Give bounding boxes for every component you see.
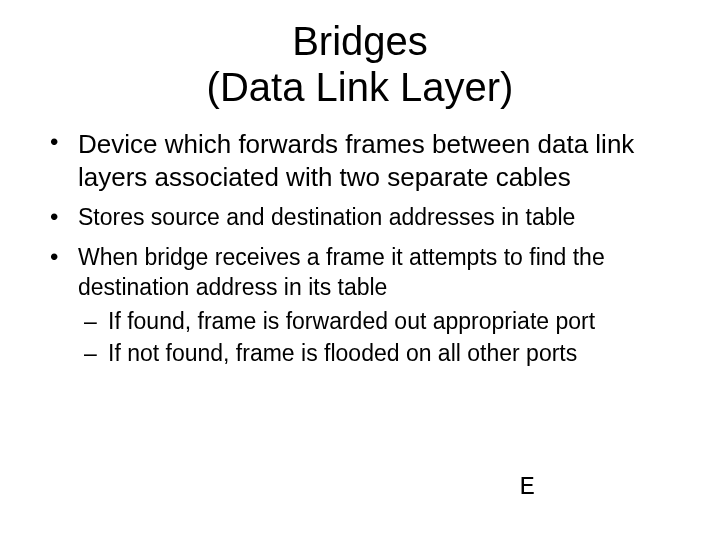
sub-bullet-1: If found, frame is forwarded out appropr… [78,307,680,337]
slide-body: Device which forwards frames between dat… [0,110,720,368]
bullet-1: Device which forwards frames between dat… [40,128,680,193]
sub-bullet-2: If not found, frame is flooded on all ot… [78,339,680,369]
sub-bullet-1-text: If found, frame is forwarded out appropr… [108,308,595,334]
title-line-1: Bridges [292,19,428,63]
bullet-2-text: Stores source and destination addresses … [78,204,575,230]
bullet-list: Device which forwards frames between dat… [40,128,680,368]
bullet-3-text: When bridge receives a frame it attempts… [78,244,605,300]
bullet-1-text: Device which forwards frames between dat… [78,129,634,192]
sub-bullet-list: If found, frame is forwarded out appropr… [78,307,680,369]
bullet-3: When bridge receives a frame it attempts… [40,243,680,369]
footer-mark: E [519,472,535,502]
slide-title: Bridges (Data Link Layer) [0,0,720,110]
bullet-2: Stores source and destination addresses … [40,203,680,233]
sub-bullet-2-text: If not found, frame is flooded on all ot… [108,340,577,366]
title-line-2: (Data Link Layer) [207,65,514,109]
slide: Bridges (Data Link Layer) Device which f… [0,0,720,540]
